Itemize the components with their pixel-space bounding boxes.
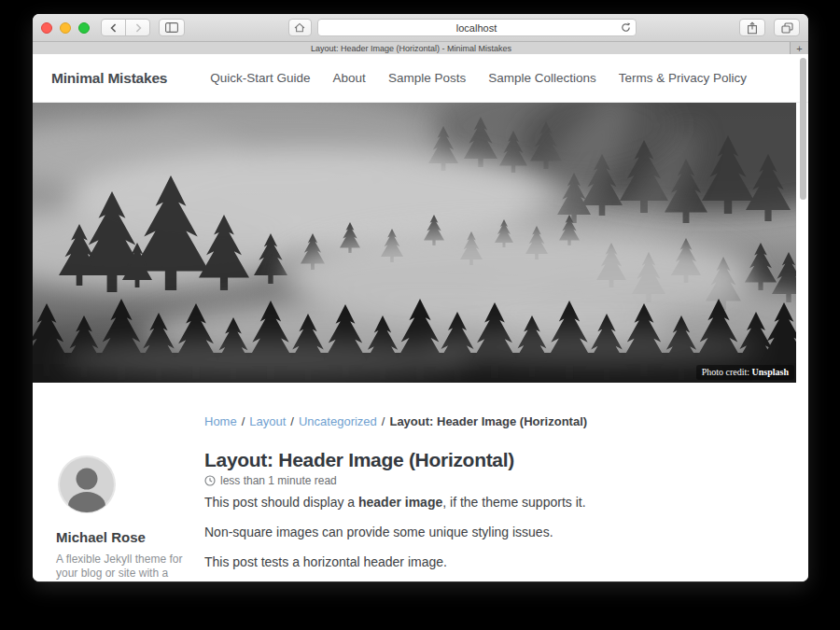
breadcrumb-home-link[interactable]: Home bbox=[204, 414, 237, 428]
paragraph-text: , if the theme supports it. bbox=[442, 495, 585, 510]
nav-item-terms-privacy[interactable]: Terms & Privacy Policy bbox=[619, 71, 747, 85]
breadcrumb-separator: / bbox=[290, 414, 294, 428]
article-paragraph: Non-square images can provide some uniqu… bbox=[204, 525, 774, 539]
browser-toolbar: localhost bbox=[33, 14, 808, 42]
header-image: Photo credit: Unsplash bbox=[33, 103, 796, 383]
author-bio-line: A flexible Jekyll theme for bbox=[56, 553, 198, 567]
reload-icon[interactable] bbox=[621, 22, 631, 33]
article-paragraph: This post tests a horizontal header imag… bbox=[204, 554, 774, 569]
tab-title: Layout: Header Image (Horizontal) - Mini… bbox=[311, 44, 511, 53]
browser-window: localhost Layout: Header Image (Horizont… bbox=[33, 14, 808, 581]
author-bio: A flexible Jekyll theme for your blog or… bbox=[56, 553, 198, 581]
zoom-window-button[interactable] bbox=[78, 22, 90, 34]
breadcrumb-separator: / bbox=[242, 414, 245, 428]
forward-button[interactable] bbox=[125, 19, 150, 36]
plus-icon: + bbox=[796, 43, 802, 54]
author-bio-line: your blog or site with a bbox=[56, 567, 198, 581]
home-icon bbox=[294, 22, 305, 33]
nav-item-sample-posts[interactable]: Sample Posts bbox=[388, 71, 466, 85]
forward-icon bbox=[134, 23, 142, 33]
breadcrumb-layout-link[interactable]: Layout bbox=[249, 414, 286, 428]
read-time-text: less than 1 minute read bbox=[220, 474, 337, 487]
traffic-lights bbox=[41, 22, 90, 34]
back-icon bbox=[110, 23, 118, 33]
nav-item-sample-collections[interactable]: Sample Collections bbox=[488, 71, 596, 85]
foggy-forest-illustration bbox=[33, 103, 796, 383]
address-bar[interactable]: localhost bbox=[317, 19, 637, 36]
nav-item-quick-start-guide[interactable]: Quick-Start Guide bbox=[210, 71, 310, 85]
read-time-meta: less than 1 minute read bbox=[204, 474, 337, 487]
breadcrumb-current: Layout: Header Image (Horizontal) bbox=[389, 414, 587, 428]
author-bio-line: minimalist aesthetic. bbox=[56, 581, 198, 581]
photo-credit-link[interactable]: Unsplash bbox=[752, 367, 789, 377]
paragraph-bold-text: header image bbox=[358, 495, 442, 510]
author-profile: Michael Rose A flexible Jekyll theme for… bbox=[56, 455, 198, 581]
nav-item-about[interactable]: About bbox=[333, 71, 366, 85]
scrollbar-thumb[interactable] bbox=[800, 58, 806, 200]
close-window-button[interactable] bbox=[41, 22, 52, 34]
share-button[interactable] bbox=[739, 19, 765, 36]
sidebar-icon bbox=[165, 22, 178, 33]
site-title-link[interactable]: Minimal Mistakes bbox=[51, 70, 167, 87]
new-tab-button[interactable]: + bbox=[791, 42, 808, 54]
breadcrumb-uncategorized-link[interactable]: Uncategorized bbox=[299, 414, 377, 428]
clock-icon bbox=[204, 475, 216, 486]
tab-active[interactable]: Layout: Header Image (Horizontal) - Mini… bbox=[33, 42, 791, 54]
photo-credit-text: Photo credit: bbox=[702, 367, 752, 377]
minimize-window-button[interactable] bbox=[60, 22, 71, 34]
page-title: Layout: Header Image (Horizontal) bbox=[204, 449, 514, 471]
breadcrumb: Home/Layout/Uncategorized/Layout: Header… bbox=[204, 414, 587, 428]
page-content: Minimal Mistakes Quick-Start Guide About… bbox=[33, 54, 808, 581]
paragraph-text: This post should display a bbox=[204, 495, 358, 510]
back-button[interactable] bbox=[101, 19, 126, 36]
primary-nav: Quick-Start Guide About Sample Posts Sam… bbox=[210, 71, 747, 85]
home-button[interactable] bbox=[288, 19, 312, 36]
share-icon bbox=[747, 21, 758, 35]
tab-bar: Layout: Header Image (Horizontal) - Mini… bbox=[33, 42, 808, 55]
author-name: Michael Rose bbox=[56, 529, 198, 545]
tabs-icon bbox=[781, 22, 793, 34]
avatar bbox=[58, 455, 116, 513]
photo-credit-caption: Photo credit: Unsplash bbox=[696, 365, 794, 380]
sidebar-toggle-button[interactable] bbox=[159, 19, 185, 36]
article-paragraph: This post should display a header image,… bbox=[204, 495, 774, 510]
masthead: Minimal Mistakes Quick-Start Guide About… bbox=[33, 54, 808, 103]
history-nav-group bbox=[101, 19, 150, 36]
address-bar-url: localhost bbox=[456, 22, 497, 34]
show-all-tabs-button[interactable] bbox=[774, 19, 800, 36]
breadcrumb-separator: / bbox=[382, 414, 385, 428]
